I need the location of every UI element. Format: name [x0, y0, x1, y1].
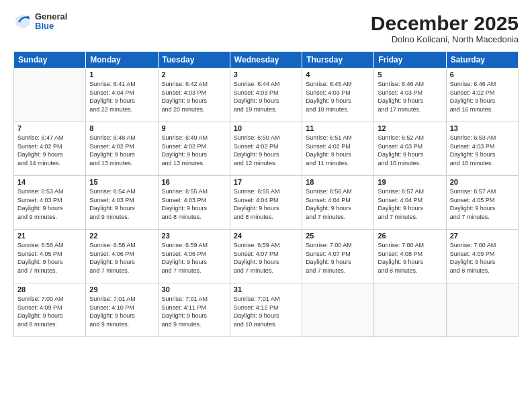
day-number: 16: [162, 178, 226, 186]
week-row-5: 28Sunrise: 7:00 AM Sunset: 4:09 PM Dayli…: [14, 283, 519, 337]
day-number: 23: [162, 232, 226, 240]
day-number: 6: [450, 71, 515, 79]
calendar-cell: 28Sunrise: 7:00 AM Sunset: 4:09 PM Dayli…: [14, 283, 86, 337]
day-info: Sunrise: 6:59 AM Sunset: 4:07 PM Dayligh…: [234, 241, 298, 275]
logo-blue-text: Blue: [35, 21, 67, 31]
calendar-cell: 6Sunrise: 6:46 AM Sunset: 4:02 PM Daylig…: [446, 68, 518, 122]
day-number: 11: [306, 124, 370, 132]
day-number: 15: [89, 178, 154, 186]
logo-general-text: General: [35, 12, 67, 21]
calendar-cell: [14, 68, 86, 122]
day-info: Sunrise: 6:45 AM Sunset: 4:03 PM Dayligh…: [306, 80, 370, 113]
day-info: Sunrise: 6:58 AM Sunset: 4:06 PM Dayligh…: [89, 241, 154, 275]
calendar-cell: 21Sunrise: 6:58 AM Sunset: 4:05 PM Dayli…: [14, 230, 86, 283]
calendar-table: Sunday Monday Tuesday Wednesday Thursday…: [13, 51, 519, 337]
page: General Blue December 2025 Dolno Kolican…: [0, 0, 532, 411]
day-info: Sunrise: 6:55 AM Sunset: 4:03 PM Dayligh…: [162, 187, 226, 221]
calendar-cell: 7Sunrise: 6:47 AM Sunset: 4:02 PM Daylig…: [14, 122, 86, 176]
calendar-cell: 24Sunrise: 6:59 AM Sunset: 4:07 PM Dayli…: [230, 230, 302, 283]
calendar-cell: 29Sunrise: 7:01 AM Sunset: 4:10 PM Dayli…: [86, 283, 158, 337]
day-info: Sunrise: 6:59 AM Sunset: 4:06 PM Dayligh…: [162, 241, 226, 275]
day-info: Sunrise: 6:50 AM Sunset: 4:02 PM Dayligh…: [234, 134, 298, 167]
day-info: Sunrise: 6:49 AM Sunset: 4:02 PM Dayligh…: [162, 134, 226, 167]
day-info: Sunrise: 6:53 AM Sunset: 4:03 PM Dayligh…: [17, 187, 82, 221]
calendar-cell: 25Sunrise: 7:00 AM Sunset: 4:07 PM Dayli…: [302, 230, 374, 283]
calendar-cell: [302, 283, 374, 337]
day-number: 2: [162, 71, 226, 79]
day-number: 27: [450, 232, 515, 240]
day-number: 24: [234, 232, 298, 240]
calendar-cell: 31Sunrise: 7:01 AM Sunset: 4:12 PM Dayli…: [230, 283, 302, 337]
day-info: Sunrise: 6:56 AM Sunset: 4:04 PM Dayligh…: [306, 187, 370, 221]
day-info: Sunrise: 6:47 AM Sunset: 4:02 PM Dayligh…: [17, 134, 82, 167]
week-row-2: 7Sunrise: 6:47 AM Sunset: 4:02 PM Daylig…: [14, 122, 519, 176]
calendar-cell: 27Sunrise: 7:00 AM Sunset: 4:09 PM Dayli…: [446, 230, 518, 283]
week-row-1: 1Sunrise: 6:41 AM Sunset: 4:04 PM Daylig…: [14, 68, 519, 122]
calendar-cell: 30Sunrise: 7:01 AM Sunset: 4:11 PM Dayli…: [158, 283, 230, 337]
day-info: Sunrise: 7:01 AM Sunset: 4:11 PM Dayligh…: [162, 295, 226, 328]
day-number: 18: [306, 178, 370, 186]
day-info: Sunrise: 7:01 AM Sunset: 4:10 PM Dayligh…: [89, 295, 154, 328]
week-row-3: 14Sunrise: 6:53 AM Sunset: 4:03 PM Dayli…: [14, 176, 519, 230]
col-monday: Monday: [86, 52, 158, 68]
day-info: Sunrise: 6:46 AM Sunset: 4:02 PM Dayligh…: [450, 80, 515, 113]
calendar-cell: 23Sunrise: 6:59 AM Sunset: 4:06 PM Dayli…: [158, 230, 230, 283]
day-info: Sunrise: 7:01 AM Sunset: 4:12 PM Dayligh…: [234, 295, 298, 328]
col-saturday: Saturday: [446, 52, 518, 68]
day-info: Sunrise: 6:48 AM Sunset: 4:02 PM Dayligh…: [89, 134, 154, 167]
calendar-cell: 17Sunrise: 6:55 AM Sunset: 4:04 PM Dayli…: [230, 176, 302, 230]
day-number: 28: [17, 285, 82, 293]
day-number: 10: [234, 124, 298, 132]
calendar-cell: 1Sunrise: 6:41 AM Sunset: 4:04 PM Daylig…: [86, 68, 158, 122]
day-number: 25: [306, 232, 370, 240]
day-info: Sunrise: 6:46 AM Sunset: 4:03 PM Dayligh…: [378, 80, 442, 113]
day-info: Sunrise: 6:58 AM Sunset: 4:05 PM Dayligh…: [17, 241, 82, 275]
day-info: Sunrise: 7:00 AM Sunset: 4:09 PM Dayligh…: [17, 295, 82, 328]
day-info: Sunrise: 7:00 AM Sunset: 4:08 PM Dayligh…: [378, 241, 442, 275]
location-subtitle: Dolno Kolicani, North Macedonia: [371, 34, 519, 44]
calendar-cell: 2Sunrise: 6:42 AM Sunset: 4:03 PM Daylig…: [158, 68, 230, 122]
day-number: 22: [89, 232, 154, 240]
calendar-cell: 5Sunrise: 6:46 AM Sunset: 4:03 PM Daylig…: [374, 68, 446, 122]
day-info: Sunrise: 6:54 AM Sunset: 4:03 PM Dayligh…: [89, 187, 154, 221]
calendar-cell: [374, 283, 446, 337]
day-number: 14: [17, 178, 82, 186]
day-info: Sunrise: 6:42 AM Sunset: 4:03 PM Dayligh…: [162, 80, 226, 113]
calendar-cell: 11Sunrise: 6:51 AM Sunset: 4:02 PM Dayli…: [302, 122, 374, 176]
logo: General Blue: [13, 12, 67, 32]
day-number: 12: [378, 124, 442, 132]
day-number: 17: [234, 178, 298, 186]
day-info: Sunrise: 7:00 AM Sunset: 4:07 PM Dayligh…: [306, 241, 370, 275]
day-info: Sunrise: 6:44 AM Sunset: 4:03 PM Dayligh…: [234, 80, 298, 113]
day-number: 31: [234, 285, 298, 293]
header-row: Sunday Monday Tuesday Wednesday Thursday…: [14, 52, 519, 68]
week-row-4: 21Sunrise: 6:58 AM Sunset: 4:05 PM Dayli…: [14, 230, 519, 283]
day-info: Sunrise: 6:57 AM Sunset: 4:05 PM Dayligh…: [450, 187, 515, 221]
calendar-cell: 8Sunrise: 6:48 AM Sunset: 4:02 PM Daylig…: [86, 122, 158, 176]
header: General Blue December 2025 Dolno Kolican…: [13, 12, 519, 44]
logo-icon: [13, 12, 32, 31]
day-number: 19: [378, 178, 442, 186]
col-wednesday: Wednesday: [230, 52, 302, 68]
day-number: 26: [378, 232, 442, 240]
calendar-cell: 14Sunrise: 6:53 AM Sunset: 4:03 PM Dayli…: [14, 176, 86, 230]
day-number: 3: [234, 71, 298, 79]
col-thursday: Thursday: [302, 52, 374, 68]
calendar-cell: 22Sunrise: 6:58 AM Sunset: 4:06 PM Dayli…: [86, 230, 158, 283]
day-number: 30: [162, 285, 226, 293]
col-tuesday: Tuesday: [158, 52, 230, 68]
day-info: Sunrise: 6:41 AM Sunset: 4:04 PM Dayligh…: [89, 80, 154, 113]
calendar-cell: 4Sunrise: 6:45 AM Sunset: 4:03 PM Daylig…: [302, 68, 374, 122]
day-number: 7: [17, 124, 82, 132]
day-number: 21: [17, 232, 82, 240]
day-number: 1: [89, 71, 154, 79]
day-number: 5: [378, 71, 442, 79]
calendar-cell: 12Sunrise: 6:52 AM Sunset: 4:03 PM Dayli…: [374, 122, 446, 176]
calendar-cell: 15Sunrise: 6:54 AM Sunset: 4:03 PM Dayli…: [86, 176, 158, 230]
day-info: Sunrise: 7:00 AM Sunset: 4:09 PM Dayligh…: [450, 241, 515, 275]
day-number: 20: [450, 178, 515, 186]
col-friday: Friday: [374, 52, 446, 68]
calendar-cell: 9Sunrise: 6:49 AM Sunset: 4:02 PM Daylig…: [158, 122, 230, 176]
calendar-cell: 3Sunrise: 6:44 AM Sunset: 4:03 PM Daylig…: [230, 68, 302, 122]
day-number: 29: [89, 285, 154, 293]
